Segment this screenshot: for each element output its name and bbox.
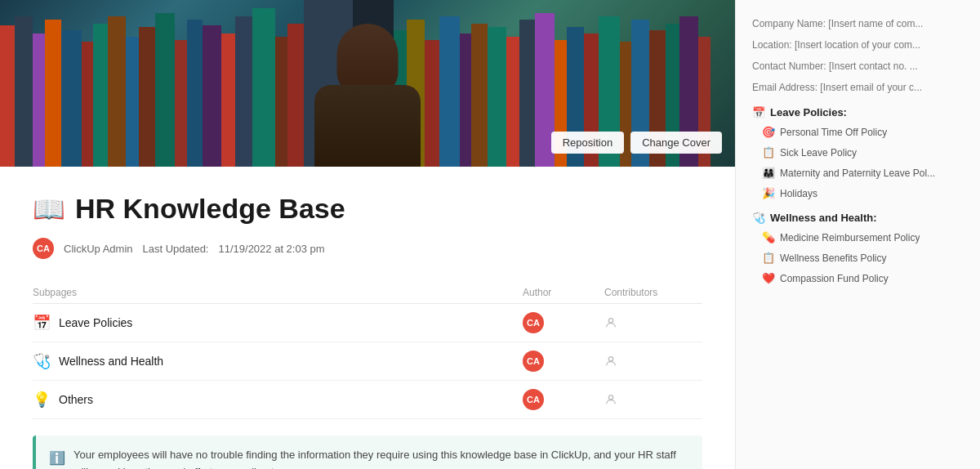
meta-row: CA ClickUp Admin Last Updated: 11/19/202… [33,238,702,259]
medicine-icon: 💊 [762,231,775,243]
row-icon-0: 📅 [33,314,51,332]
row-icon-2: 💡 [33,391,51,409]
col-author: Author [523,287,604,298]
row-name-2: Others [59,393,93,406]
maternity-paternity-icon: 👨‍👩‍👧 [762,167,775,179]
svg-point-2 [608,395,612,400]
page-title-row: 📖 HR Knowledge Base [33,193,702,225]
wellness-benefits-label: Wellness Benefits Policy [780,252,887,264]
sick-leave-icon: 📋 [762,146,775,159]
wellness-icon: 🩺 [752,212,765,224]
medicine-label: Medicine Reimbursement Policy [780,232,920,243]
cover-image: Reposition Change Cover [0,0,735,167]
row-icon-1: 🩺 [33,352,51,370]
holidays-label: Holidays [780,188,817,199]
author-avatar: CA [33,238,54,259]
sidebar-item-sick-leave[interactable]: 📋 Sick Leave Policy [736,142,980,163]
location-input[interactable] [752,39,964,51]
contact-input[interactable] [752,60,964,72]
row-author-0: CA [523,312,544,333]
svg-point-1 [608,357,612,361]
svg-point-0 [608,319,612,323]
info-text: Your employees will have no trouble find… [74,447,689,469]
page-emoji: 📖 [33,194,65,225]
sidebar-item-holidays[interactable]: 🎉 Holidays [736,183,980,203]
contributors-icon-1 [604,355,617,368]
table-row[interactable]: 🩺 Wellness and Health CA [33,342,702,381]
holidays-icon: 🎉 [762,187,775,199]
info-icon: ℹ️ [49,448,65,469]
row-name-1: Wellness and Health [59,355,163,368]
wellness-title: Wellness and Health: [770,212,877,224]
reposition-button[interactable]: Reposition [551,132,624,154]
compassion-fund-icon: ❤️ [762,272,775,284]
contributors-icon-0 [604,316,617,329]
sidebar-item-compassion-fund[interactable]: ❤️ Compassion Fund Policy [736,268,980,288]
row-author-2: CA [523,389,544,410]
row-name-0: Leave Policies [59,316,132,329]
sidebar-item-maternity-paternity[interactable]: 👨‍👩‍👧 Maternity and Paternity Leave Pol.… [736,163,980,183]
change-cover-button[interactable]: Change Cover [630,132,722,154]
last-updated-label: Last Updated: [143,243,209,255]
info-box: ℹ️ Your employees will have no trouble f… [33,436,702,469]
row-author-1: CA [523,351,544,372]
maternity-paternity-label: Maternity and Paternity Leave Pol... [780,168,935,179]
company-name-input[interactable] [752,18,964,29]
sidebar-item-medicine[interactable]: 💊 Medicine Reimbursement Policy [736,227,980,248]
last-updated-value: 11/19/2022 at 2:03 pm [218,243,324,255]
col-contributors: Contributors [604,287,702,298]
compassion-fund-label: Compassion Fund Policy [780,273,889,284]
table-row[interactable]: 📅 Leave Policies CA [33,304,702,342]
sidebar-section-leave-policies: 📅 Leave Policies: [736,98,980,122]
sidebar: 📅 Leave Policies: 🎯 Personal Time Off Po… [735,0,980,469]
author-name: ClickUp Admin [64,243,133,255]
sidebar-company-name[interactable] [736,13,980,34]
leave-policies-title: Leave Policies: [770,106,847,118]
leave-policies-icon: 📅 [752,106,765,118]
sidebar-item-personal-time-off[interactable]: 🎯 Personal Time Off Policy [736,122,980,142]
sidebar-contact[interactable] [736,56,980,77]
sidebar-email[interactable] [736,77,980,98]
email-input[interactable] [752,82,964,93]
sick-leave-label: Sick Leave Policy [780,147,857,159]
table-row[interactable]: 💡 Others CA [33,381,702,419]
table-header: Subpages Author Contributors [33,282,702,304]
sidebar-location[interactable] [736,34,980,56]
personal-time-off-icon: 🎯 [762,126,775,138]
col-subpages: Subpages [33,287,523,298]
wellness-benefits-icon: 📋 [762,252,775,264]
subpages-table: Subpages Author Contributors 📅 Leave Pol… [33,282,702,419]
personal-time-off-label: Personal Time Off Policy [780,127,887,138]
sidebar-item-wellness-benefits[interactable]: 📋 Wellness Benefits Policy [736,248,980,268]
page-title: HR Knowledge Base [75,193,345,225]
contributors-icon-2 [604,393,617,406]
sidebar-section-wellness: 🩺 Wellness and Health: [736,203,980,227]
